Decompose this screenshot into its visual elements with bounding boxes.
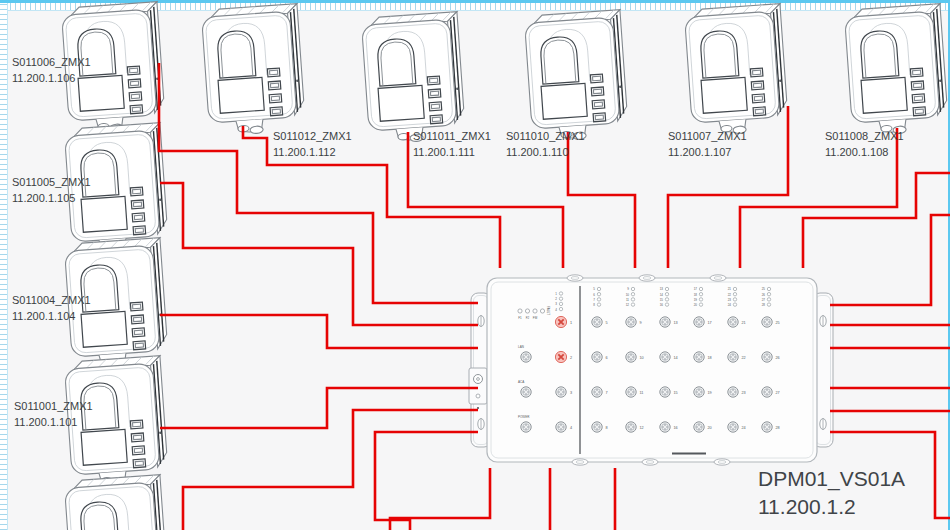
port-number: 9: [640, 321, 642, 325]
panel-port-22[interactable]: [728, 352, 738, 362]
panel-port-24[interactable]: [728, 422, 738, 432]
device-S011010_ZMX1[interactable]: [524, 10, 629, 143]
panel-aux-port-aca[interactable]: [521, 387, 531, 397]
panel-label-name: DPM01_VS01A: [758, 467, 905, 491]
device-S011011_ZMX1[interactable]: [361, 12, 466, 145]
port-number: 19: [708, 391, 712, 395]
device-label-name: S011011_ZMX1: [413, 130, 491, 142]
cable-offscreen-bottom-1[interactable]: [375, 432, 478, 530]
panel-port-26[interactable]: [762, 352, 772, 362]
panel-port-25[interactable]: [762, 317, 772, 327]
panel-edge-tab: [714, 459, 730, 465]
device-label-ip: 11.200.1.106: [12, 72, 75, 84]
port-led-label: 24: [728, 303, 732, 307]
port-led-label: 26: [762, 293, 766, 297]
device-label-ip: 11.200.1.101: [14, 416, 77, 428]
device-label-ip: 11.200.1.105: [12, 192, 75, 204]
panel-port-27[interactable]: [762, 387, 772, 397]
network-diagram: F1F2FMFAULT12341234LANACAPOWER5678567891…: [0, 0, 950, 530]
port-number: 14: [674, 356, 678, 360]
device-label-ip: 11.200.1.104: [12, 310, 75, 322]
device-partial-device[interactable]: [64, 475, 169, 530]
cable-S011010_ZMX1[interactable]: [568, 132, 635, 268]
cable-S011004_ZMX1[interactable]: [160, 315, 478, 348]
panel-port-10[interactable]: [626, 352, 636, 362]
port-led-label: 25: [762, 287, 766, 291]
panel-port-13[interactable]: [660, 317, 670, 327]
panel-port-23[interactable]: [728, 387, 738, 397]
port-number: 10: [640, 356, 644, 360]
port-number: 15: [674, 391, 678, 395]
port-number: 25: [776, 321, 780, 325]
device-label-ip: 11.200.1.112: [273, 146, 336, 158]
port-number: 23: [742, 391, 746, 395]
port-led-label: 23: [728, 298, 732, 302]
port-led-label: 13: [660, 287, 664, 291]
panel-edge-tab: [639, 275, 655, 281]
panel-port-17[interactable]: [694, 317, 704, 327]
panel-port-21[interactable]: [728, 317, 738, 327]
cable-offscreen-right-1[interactable]: [803, 173, 950, 268]
panel-port-1[interactable]: [555, 316, 566, 327]
diagram-canvas: F1F2FMFAULT12341234LANACAPOWER5678567891…: [0, 0, 950, 530]
port-led-label: 10: [626, 293, 630, 297]
device-label-name: S011007_ZMX1: [668, 130, 747, 142]
port-number: 5: [606, 321, 608, 325]
panel-port-2[interactable]: [555, 351, 566, 362]
device-label-ip: 11.200.1.110: [506, 146, 569, 158]
port-led-label: 18: [694, 293, 698, 297]
panel-DPM01_VS01A[interactable]: F1F2FMFAULT12341234LANACAPOWER5678567891…: [469, 275, 833, 465]
port-number: 2: [570, 356, 572, 360]
panel-port-5[interactable]: [592, 317, 602, 327]
status-led: [518, 309, 522, 313]
port-number: 20: [708, 426, 712, 430]
panel-port-18[interactable]: [694, 352, 704, 362]
port-number: 1: [570, 321, 572, 325]
port-number: 6: [606, 356, 608, 360]
panel-port-19[interactable]: [694, 387, 704, 397]
port-number: 24: [742, 426, 746, 430]
device-label-name: S011005_ZMX1: [12, 176, 91, 188]
port-number: 17: [708, 321, 712, 325]
device-S011001_ZMX1[interactable]: [64, 356, 169, 489]
panel-edge-tab: [572, 459, 588, 465]
device-label-name: S011008_ZMX1: [825, 130, 904, 142]
panel-aux-port-lan[interactable]: [521, 352, 531, 362]
status-led-label: FM: [533, 316, 538, 320]
port-number: 27: [776, 391, 780, 395]
device-label-name: S011012_ZMX1: [273, 130, 352, 142]
panel-port-4[interactable]: [556, 422, 566, 432]
device-S011007_ZMX1[interactable]: [684, 4, 789, 137]
device-S011012_ZMX1[interactable]: [201, 4, 306, 137]
port-number: 11: [640, 391, 644, 395]
panel-port-7[interactable]: [592, 387, 602, 397]
cable-offscreen-right-2[interactable]: [830, 215, 950, 305]
panel-edge-tab: [642, 459, 658, 465]
device-S011006_ZMX1[interactable]: [61, 2, 166, 135]
panel-aux-port-power[interactable]: [521, 422, 531, 432]
panel-port-14[interactable]: [660, 352, 670, 362]
status-led: [540, 309, 544, 313]
panel-port-11[interactable]: [626, 387, 636, 397]
panel-port-28[interactable]: [762, 422, 772, 432]
status-led-label: F2: [526, 316, 530, 320]
panel-port-15[interactable]: [660, 387, 670, 397]
panel-port-6[interactable]: [592, 352, 602, 362]
panel-port-12[interactable]: [626, 422, 636, 432]
device-S011008_ZMX1[interactable]: [844, 4, 949, 137]
panel-port-8[interactable]: [592, 422, 602, 432]
panel-label-ip: 11.200.1.2: [758, 495, 856, 518]
port-led-label: 28: [762, 303, 766, 307]
ground-clamp: [469, 368, 487, 404]
panel-port-3[interactable]: [556, 387, 566, 397]
device-label-name: S011004_ZMX1: [12, 294, 91, 306]
device-S011005_ZMX1[interactable]: [64, 123, 169, 256]
port-led-label: 12: [626, 303, 630, 307]
panel-port-9[interactable]: [626, 317, 636, 327]
panel-port-16[interactable]: [660, 422, 670, 432]
device-label-ip: 11.200.1.107: [668, 146, 731, 158]
port-number: 28: [776, 426, 780, 430]
panel-port-20[interactable]: [694, 422, 704, 432]
fault-led-label: FAULT: [546, 306, 550, 315]
cable-S011001_ZMX1[interactable]: [160, 388, 478, 428]
